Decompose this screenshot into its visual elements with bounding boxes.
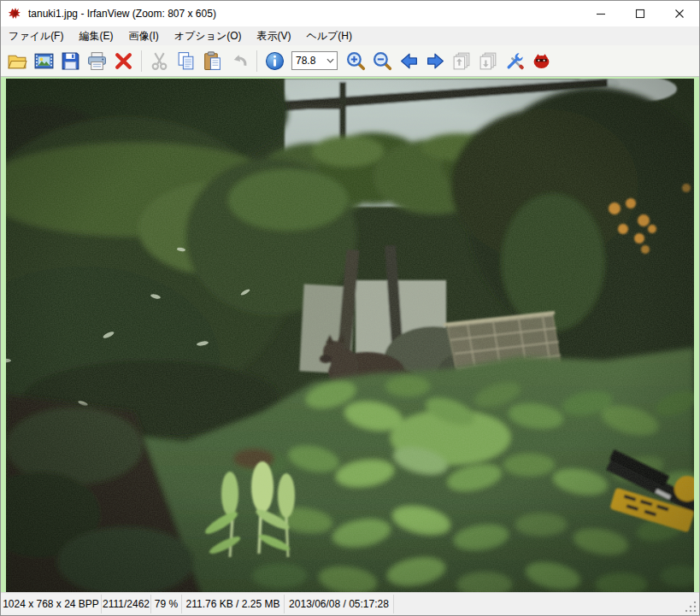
slideshow-button[interactable]: [31, 48, 57, 73]
save-floppy-icon: [60, 50, 81, 72]
zoom-combobox[interactable]: 78.8: [291, 51, 338, 70]
paste-clipboard-icon: [202, 50, 223, 72]
minimize-button[interactable]: [581, 1, 621, 26]
window-controls: [581, 1, 699, 26]
image-canvas: [1, 77, 699, 592]
maximize-icon: [635, 9, 645, 19]
paste-button[interactable]: [199, 48, 226, 73]
page-down-stack-icon: [478, 50, 499, 72]
menubar: ファイル(F) 編集(E) 画像(I) オプション(O) 表示(V) ヘルプ(H…: [1, 26, 699, 45]
properties-button[interactable]: [502, 48, 528, 73]
menu-edit[interactable]: 編集(E): [71, 27, 121, 45]
cut-button[interactable]: [146, 48, 173, 73]
open-folder-icon: [7, 50, 28, 72]
copy-button[interactable]: [173, 48, 199, 73]
resize-grip-icon[interactable]: [685, 601, 697, 613]
status-file-datetime: 2013/06/08 / 05:17:28: [285, 595, 394, 613]
print-button[interactable]: [84, 48, 110, 73]
arrow-right-icon: [425, 50, 446, 72]
status-zoom-percent: 79 %: [151, 595, 182, 613]
zoom-out-icon: [372, 50, 393, 72]
status-empty: [394, 595, 699, 613]
cut-scissors-icon: [149, 50, 170, 72]
page-up-stack-icon: [451, 50, 473, 72]
toolbar-separator: [141, 50, 142, 72]
zoom-in-icon: [345, 50, 367, 72]
zoom-in-button[interactable]: [343, 48, 369, 73]
photo-garden-tanuki: [6, 79, 694, 592]
info-button[interactable]: [262, 48, 288, 73]
status-file-size: 211.76 KB / 2.25 MB: [182, 595, 285, 613]
toolbar-separator: [256, 50, 257, 72]
zoom-value: 78.8: [292, 55, 324, 67]
open-button[interactable]: [4, 48, 31, 73]
chevron-down-icon[interactable]: [324, 58, 337, 63]
menu-options[interactable]: オプション(O): [167, 27, 250, 45]
menu-help[interactable]: ヘルプ(H): [299, 27, 361, 45]
menu-image[interactable]: 画像(I): [121, 27, 166, 45]
about-button[interactable]: [528, 48, 555, 73]
next-page-button[interactable]: [475, 48, 502, 73]
undo-button[interactable]: [226, 48, 252, 73]
irfanview-logo-icon: [8, 6, 23, 21]
statusbar: 1024 x 768 x 24 BPP 2111/2462 79 % 211.7…: [1, 592, 699, 615]
previous-page-button[interactable]: [449, 48, 475, 73]
delete-x-icon: [113, 50, 134, 72]
menu-file[interactable]: ファイル(F): [1, 27, 71, 45]
menu-view[interactable]: 表示(V): [250, 27, 299, 45]
print-icon: [86, 50, 108, 72]
maximize-button[interactable]: [621, 1, 660, 26]
previous-file-button[interactable]: [396, 48, 422, 73]
next-file-button[interactable]: [422, 48, 449, 73]
info-circle-icon: [264, 50, 285, 72]
status-image-dimensions: 1024 x 768 x 24 BPP: [1, 595, 102, 613]
zoom-out-button[interactable]: [369, 48, 396, 73]
irfanview-window: tanuki1.jpg - IrfanView (Zoom: 807 x 605…: [0, 0, 700, 616]
delete-button[interactable]: [110, 48, 137, 73]
close-icon: [674, 9, 685, 19]
save-button[interactable]: [57, 48, 84, 73]
irfanview-mascot-icon: [531, 50, 552, 72]
arrow-left-icon: [398, 50, 420, 72]
undo-arrow-icon: [228, 50, 250, 72]
copy-pages-icon: [175, 50, 197, 72]
minimize-icon: [596, 9, 606, 19]
slideshow-icon: [33, 50, 55, 72]
window-title: tanuki1.jpg - IrfanView (Zoom: 807 x 605…: [28, 8, 216, 20]
toolbar: 78.8: [1, 45, 699, 77]
titlebar: tanuki1.jpg - IrfanView (Zoom: 807 x 605…: [1, 1, 699, 26]
status-file-index: 2111/2462: [102, 595, 151, 613]
close-button[interactable]: [660, 1, 699, 26]
tools-wrench-icon: [504, 50, 526, 72]
